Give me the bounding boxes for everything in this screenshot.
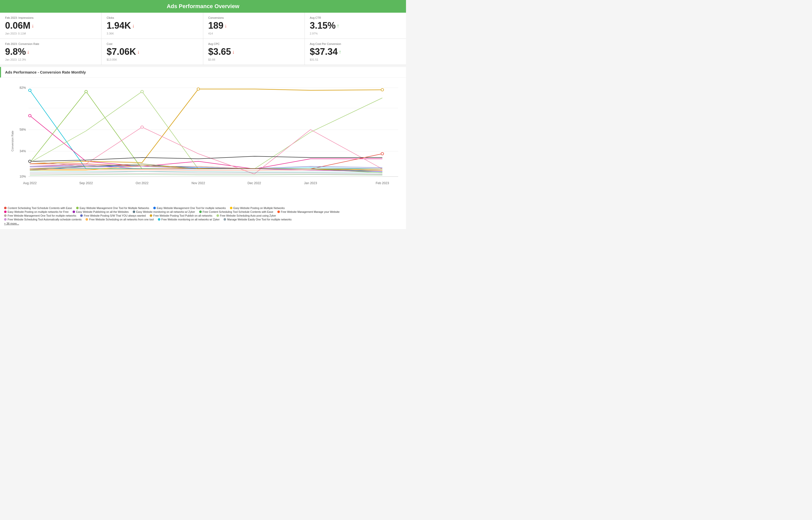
legend-label-4: Easy Website Posting on multiple network… <box>8 210 69 213</box>
conv-rate-arrow: ↓ <box>27 49 29 55</box>
svg-text:34%: 34% <box>20 149 26 153</box>
legend-label-7: Free Content Scheduling Tool Schedule Co… <box>203 210 273 213</box>
legend-row-1: Content Scheduling Tool Schedule Content… <box>4 206 402 210</box>
metric-clicks-prev: 3.36K <box>107 32 198 35</box>
chart-area: Conversion Rate 82% 58% 34% 10% Aug 2022… <box>0 78 406 204</box>
metric-impressions-label: Feb 2023: Impressions <box>5 16 96 19</box>
chart-svg-container: 82% 58% 34% 10% Aug 2022 Sep 2022 Oct 20… <box>13 83 403 189</box>
legend-label-14: Free Website Scheduling on all networks … <box>89 218 154 221</box>
svg-text:10%: 10% <box>20 175 26 178</box>
page-title: Ads Performance Overview <box>167 3 239 9</box>
legend-item-16: Manage Website Easily One Tool for multi… <box>224 218 291 221</box>
svg-point-21 <box>141 90 143 93</box>
chart-y-label: Conversion Rate <box>11 131 14 151</box>
svg-text:58%: 58% <box>20 128 26 131</box>
legend-item-5: Easy Website Publishing on all the Websi… <box>73 210 129 213</box>
legend-dot-0 <box>4 207 7 209</box>
svg-text:Feb 2023: Feb 2023 <box>376 181 389 185</box>
legend-dot-3 <box>230 207 232 209</box>
legend-label-15: Free Website monitoring on all networks … <box>161 218 220 221</box>
legend-dot-13 <box>4 218 7 221</box>
legend-dot-12 <box>217 214 219 217</box>
svg-point-24 <box>381 152 384 155</box>
svg-text:Oct 2022: Oct 2022 <box>136 181 149 185</box>
legend-dot-6 <box>133 211 135 213</box>
legend-label-9: Free Website Management One Tool for mul… <box>8 214 76 217</box>
legend-item-2: Easy Website Management One Tool for mul… <box>153 206 226 210</box>
page-header: Ads Performance Overview <box>0 0 406 13</box>
metric-impressions: Feb 2023: Impressions 0.06M ↓ Jan 2023: … <box>0 13 101 38</box>
metric-clicks-label: Clicks <box>107 16 198 19</box>
metric-avg-ctr-label: Avg CTR <box>310 16 401 19</box>
metric-cost-label: Cost <box>107 42 198 45</box>
legend-label-6: Easy Website monitoring on all networks … <box>136 210 195 213</box>
metrics-row-2: Feb 2023: Conversion Rate 9.8% ↓ Jan 202… <box>0 39 406 65</box>
metric-conv-rate-prev: Jan 2023: 12.3% <box>5 58 96 61</box>
metric-conversions-value: 189 ↓ <box>208 20 299 31</box>
avg-cpc-arrow: ↓ <box>232 49 235 55</box>
legend-label-13: Free Website Scheduling Tool Automatical… <box>8 218 81 221</box>
legend-item-12: Free Website Scheduling Auto post using … <box>217 214 276 217</box>
legend-item-3: Easy Website Posting on Multiple Network… <box>230 206 285 210</box>
svg-text:Aug 2022: Aug 2022 <box>23 181 37 185</box>
metric-avg-ctr: Avg CTR 3.15% ↑ 2.97% <box>305 13 406 38</box>
metrics-row-1: Feb 2023: Impressions 0.06M ↓ Jan 2023: … <box>0 13 406 39</box>
svg-point-19 <box>381 88 384 91</box>
legend-dot-4 <box>4 211 7 213</box>
conversions-arrow: ↓ <box>225 23 227 29</box>
legend-label-11: Free Website Posting Tool Publish on all… <box>153 214 212 217</box>
more-link[interactable]: + 36 more... <box>4 222 402 225</box>
legend-label-16: Manage Website Easily One Tool for multi… <box>227 218 291 221</box>
legend-item-8: Free Website Management Manage your Webs… <box>277 210 339 213</box>
legend-dot-1 <box>76 207 79 209</box>
legend-item-9: Free Website Management One Tool for mul… <box>4 214 76 217</box>
legend-item-11: Free Website Posting Tool Publish on all… <box>150 214 212 217</box>
avg-ctr-arrow: ↑ <box>337 23 339 29</box>
legend-label-8: Free Website Management Manage your Webs… <box>281 210 339 213</box>
legend-dot-10 <box>80 214 83 217</box>
legend-area: Content Scheduling Tool Schedule Content… <box>0 204 406 229</box>
metric-avg-cost-conv-prev: $31.51 <box>310 58 401 61</box>
legend-dot-9 <box>4 214 7 217</box>
legend-dot-11 <box>150 214 152 217</box>
metric-conv-rate-value: 9.8% ↓ <box>5 46 96 57</box>
svg-text:Nov 2022: Nov 2022 <box>192 181 205 185</box>
legend-label-2: Easy Website Management One Tool for mul… <box>157 206 226 210</box>
legend-dot-2 <box>153 207 156 209</box>
impressions-arrow: ↓ <box>31 23 34 29</box>
metric-cost-value: $7.06K ↓ <box>107 46 198 57</box>
metric-avg-ctr-prev: 2.97% <box>310 32 401 35</box>
svg-point-16 <box>28 89 31 92</box>
metric-avg-cpc-label: Avg CPC <box>208 42 299 45</box>
metric-avg-cpc-prev: $3.88 <box>208 58 299 61</box>
legend-item-1: Easy Website Management One Tool for Mul… <box>76 206 149 210</box>
legend-item-10: Free Website Posting S/W That YOU always… <box>80 214 146 217</box>
svg-point-18 <box>197 88 199 90</box>
metric-conversions: Conversions 189 ↓ 414 <box>203 13 305 38</box>
metric-conversions-label: Conversions <box>208 16 299 19</box>
chart-svg: 82% 58% 34% 10% Aug 2022 Sep 2022 Oct 20… <box>13 83 403 189</box>
legend-label-0: Content Scheduling Tool Schedule Content… <box>8 206 72 210</box>
metric-conv-rate: Feb 2023: Conversion Rate 9.8% ↓ Jan 202… <box>0 39 101 65</box>
legend-dot-7 <box>199 211 202 213</box>
avg-cost-conv-arrow: ↑ <box>339 49 341 55</box>
legend-dot-8 <box>277 211 280 213</box>
svg-point-22 <box>141 126 143 128</box>
metric-avg-cpc: Avg CPC $3.65 ↓ $3.88 <box>203 39 305 65</box>
svg-text:Dec 2022: Dec 2022 <box>247 181 261 185</box>
metric-avg-cost-conv-value: $37.34 ↑ <box>310 46 401 57</box>
legend-row-4: Free Website Scheduling Tool Automatical… <box>4 218 402 221</box>
metric-impressions-value: 0.06M ↓ <box>5 20 96 31</box>
svg-point-20 <box>85 90 87 93</box>
legend-label-3: Easy Website Posting on Multiple Network… <box>233 206 285 210</box>
metric-conv-rate-label: Feb 2023: Conversion Rate <box>5 42 96 45</box>
metric-avg-ctr-value: 3.15% ↑ <box>310 20 401 31</box>
metric-avg-cost-conv-label: Avg Cost Per Conversion <box>310 42 401 45</box>
legend-dot-16 <box>224 218 226 221</box>
svg-point-17 <box>28 114 31 117</box>
svg-text:82%: 82% <box>20 86 26 89</box>
legend-item-14: Free Website Scheduling on all networks … <box>85 218 154 221</box>
legend-label-10: Free Website Posting S/W That YOU always… <box>84 214 146 217</box>
legend-item-4: Easy Website Posting on multiple network… <box>4 210 69 213</box>
metric-clicks-value: 1.94K ↓ <box>107 20 198 31</box>
